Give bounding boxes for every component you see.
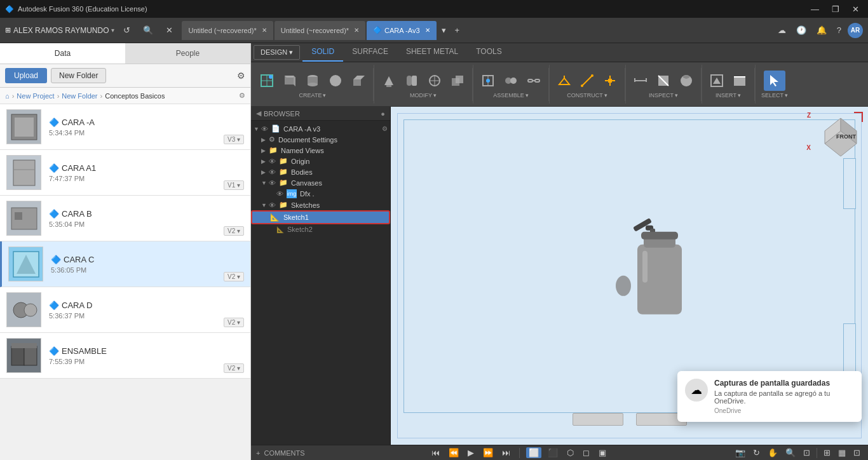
- play-forward-btn[interactable]: ⏩: [480, 447, 496, 459]
- inspect-measure-btn[interactable]: [630, 71, 651, 91]
- camera-btn[interactable]: 📷: [733, 447, 748, 459]
- file-item-cara-a1[interactable]: 🔷 CARA A1 7:47:37 PM V1 ▾: [0, 150, 250, 196]
- file-version-cara-a1[interactable]: V1 ▾: [224, 180, 244, 190]
- visibility-icon[interactable]: 👁: [269, 179, 278, 187]
- visibility-icon[interactable]: 👁: [276, 190, 285, 198]
- search-button[interactable]: 🔍: [139, 23, 157, 37]
- browser-collapse-btn[interactable]: ◀: [256, 109, 261, 118]
- construct-point-btn[interactable]: [599, 71, 621, 91]
- help-icon[interactable]: ?: [833, 23, 845, 37]
- frame-mode-btn[interactable]: ⬛: [545, 447, 560, 459]
- select-btn[interactable]: [764, 71, 785, 91]
- browser-sketch2[interactable]: 📐 Sketch2: [251, 224, 390, 234]
- modify-combine-btn[interactable]: [447, 71, 468, 91]
- assemble-joint-btn[interactable]: [500, 71, 522, 91]
- viewport-btn[interactable]: ⊡: [851, 447, 863, 459]
- nav-fit-btn[interactable]: ⊡: [801, 447, 813, 459]
- browser-canvases[interactable]: ▼ 👁 📁 Canvases: [251, 177, 390, 188]
- user-avatar[interactable]: AR: [848, 23, 863, 38]
- visibility-icon[interactable]: 👁: [269, 158, 278, 165]
- browser-options-btn[interactable]: ●: [381, 110, 385, 118]
- browser-dfx[interactable]: 👁 img Dfx .: [251, 188, 390, 200]
- browser-sketch1[interactable]: 📐 Sketch1: [251, 210, 390, 224]
- browser-root-item[interactable]: ▼ 👁 📄 CARA -A v3 ⚙: [251, 123, 390, 134]
- file-version-ensamble[interactable]: V2 ▾: [224, 363, 244, 373]
- breadcrumb-settings-icon[interactable]: ⚙: [239, 91, 245, 100]
- modify-fillet-btn[interactable]: [401, 71, 423, 91]
- grid-icon[interactable]: ⊞: [5, 26, 11, 34]
- frame-outline-btn[interactable]: ⬡: [564, 447, 576, 459]
- close-panel-button[interactable]: ✕: [162, 23, 177, 37]
- tab-dropdown-button[interactable]: ▾: [438, 23, 450, 37]
- tab-data[interactable]: Data: [0, 43, 125, 64]
- assemble-label[interactable]: ASSEMBLE ▾: [493, 92, 529, 98]
- upload-button[interactable]: Upload: [5, 68, 47, 83]
- create-solid-btn[interactable]: [279, 71, 301, 91]
- create-sketch-btn[interactable]: [256, 71, 278, 91]
- nav-zoom-btn[interactable]: 🔍: [783, 447, 798, 459]
- close-button[interactable]: ✕: [848, 3, 863, 15]
- visibility-icon[interactable]: 👁: [269, 201, 278, 209]
- insert-canvas-btn[interactable]: [706, 71, 728, 91]
- assemble-chain-btn[interactable]: [523, 71, 545, 91]
- construct-axis-btn[interactable]: [576, 71, 598, 91]
- file-item-ensamble[interactable]: 🔷 ENSAMBLE 7:55:39 PM V2 ▾: [0, 333, 250, 379]
- nav-pan-btn[interactable]: ✋: [765, 447, 780, 459]
- inspect-zebra-btn[interactable]: [675, 71, 697, 91]
- tab-solid[interactable]: SOLID: [302, 43, 343, 62]
- tab-people[interactable]: People: [125, 43, 250, 64]
- file-version-cara-d[interactable]: V2 ▾: [224, 318, 244, 327]
- tab-1[interactable]: Untitled (~recovered)* ✕: [182, 21, 273, 40]
- tab-sheet-metal[interactable]: SHEET METAL: [397, 43, 467, 62]
- tab-1-close[interactable]: ✕: [262, 27, 267, 34]
- settings-button[interactable]: ⚙: [237, 71, 245, 81]
- tab-2-close[interactable]: ✕: [354, 27, 359, 34]
- tab-tools[interactable]: TOOLS: [467, 43, 510, 62]
- modify-press-btn[interactable]: [378, 71, 400, 91]
- create-label[interactable]: CREATE ▾: [299, 92, 327, 98]
- breadcrumb-folder[interactable]: New Folder: [62, 92, 97, 100]
- maximize-button[interactable]: ❐: [828, 3, 843, 15]
- minimize-button[interactable]: —: [807, 3, 823, 15]
- file-version-cara-b[interactable]: V2 ▾: [224, 226, 244, 236]
- file-item-cara-d[interactable]: 🔷 CARA D 5:36:37 PM V2 ▾: [0, 287, 250, 333]
- modify-label[interactable]: MODIFY ▾: [410, 92, 437, 98]
- play-btn[interactable]: ▶: [465, 447, 477, 459]
- new-tab-button[interactable]: +: [451, 23, 464, 37]
- grid-btn[interactable]: ⊞: [821, 447, 833, 459]
- bell-icon[interactable]: 🔔: [813, 23, 831, 37]
- tab-surface[interactable]: SURFACE: [343, 43, 397, 62]
- file-item-cara-c[interactable]: 🔷 CARA C 5:36:05 PM V2 ▾: [0, 241, 250, 287]
- breadcrumb-home[interactable]: ⌂: [5, 92, 10, 100]
- browser-named-views[interactable]: ▶ 📁 Named Views: [251, 145, 390, 156]
- create-extrude-btn[interactable]: [348, 71, 369, 91]
- frame-ghost-btn[interactable]: ◻: [580, 447, 592, 459]
- file-version-cara-a[interactable]: V3 ▾: [224, 135, 244, 144]
- user-dropdown-icon[interactable]: ▾: [111, 27, 114, 34]
- browser-sketches[interactable]: ▼ 👁 📁 Sketches: [251, 200, 390, 210]
- design-button[interactable]: DESIGN ▾: [254, 45, 300, 60]
- insert-decal-btn[interactable]: [729, 71, 750, 91]
- visibility-icon[interactable]: 👁: [261, 125, 270, 133]
- clock-icon[interactable]: 🕐: [792, 23, 810, 37]
- insert-label[interactable]: INSERT ▾: [715, 92, 741, 98]
- settings-icon[interactable]: ⚙: [382, 125, 388, 132]
- inspect-section-btn[interactable]: [653, 71, 674, 91]
- create-cylinder-btn[interactable]: [302, 71, 323, 91]
- cloud-sync-icon[interactable]: ☁: [774, 23, 790, 37]
- file-item-cara-a[interactable]: 🔷 CARA -A 5:34:34 PM V3 ▾: [0, 104, 250, 150]
- play-next-btn[interactable]: ⏭: [499, 447, 513, 459]
- display-btn[interactable]: ▦: [836, 447, 848, 459]
- play-prev-btn[interactable]: ⏮: [429, 447, 442, 459]
- assemble-new-btn[interactable]: [477, 71, 499, 91]
- file-item-cara-b[interactable]: 🔷 CARA B 5:35:04 PM V2 ▾: [0, 196, 250, 241]
- file-version-cara-c[interactable]: V2 ▾: [224, 272, 244, 281]
- frame-wire-btn[interactable]: ▣: [596, 447, 609, 459]
- browser-bodies[interactable]: ▶ 👁 📁 Bodies: [251, 166, 390, 177]
- view-cube[interactable]: FRONT: [818, 112, 863, 156]
- tab-2[interactable]: Untitled (~recovered)* ✕: [275, 21, 365, 40]
- tab-3-close[interactable]: ✕: [425, 27, 430, 34]
- breadcrumb-project[interactable]: New Project: [17, 92, 54, 100]
- construct-plane-btn[interactable]: [553, 71, 575, 91]
- frame-select-btn[interactable]: ⬜: [526, 447, 541, 458]
